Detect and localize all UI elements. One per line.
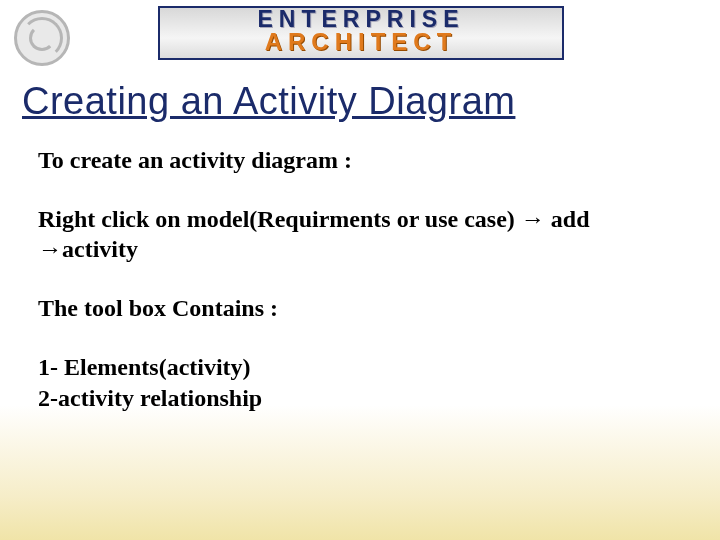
steps-text: Right click on model(Requirments or use …	[38, 204, 678, 265]
swirl-logo-icon	[14, 10, 70, 66]
slide-body: To create an activity diagram : Right cl…	[38, 145, 720, 413]
brand-badge: ENTERPRISE ARCHITECT	[158, 6, 564, 60]
toolbox-items: 1- Elements(activity) 2-activity relatio…	[38, 352, 678, 413]
brand-line-2: ARCHITECT	[160, 31, 562, 54]
slide-title: Creating an Activity Diagram	[22, 80, 720, 123]
intro-text: To create an activity diagram :	[38, 145, 678, 176]
slide-header: ENTERPRISE ARCHITECT	[0, 0, 720, 72]
toolbox-heading: The tool box Contains :	[38, 293, 678, 324]
